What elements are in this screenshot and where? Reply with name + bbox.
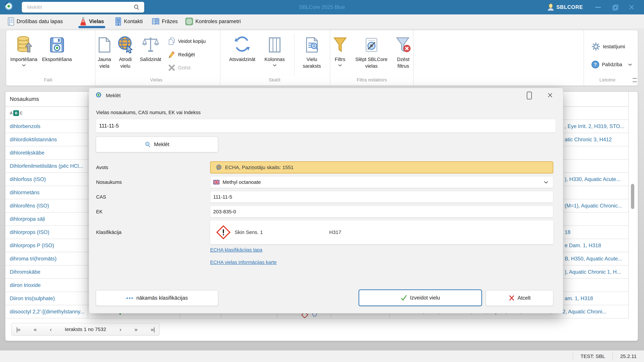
page-next-fast-button[interactable]: » bbox=[134, 326, 137, 333]
filter-button[interactable]: Filtrs bbox=[330, 33, 350, 66]
hidden-eye-icon bbox=[349, 33, 394, 53]
hide-sblcore-substances-button[interactable]: Slēpt SBLCore vielas bbox=[349, 33, 394, 69]
close-button[interactable] bbox=[626, 0, 636, 14]
page-last-button[interactable]: »| bbox=[150, 326, 155, 333]
ribbon-toolbar: Importēšana Eksportēšana Faili Jauna vie… bbox=[6, 30, 638, 86]
substance-name[interactable]: diisooctyl 2,2'-[(dimethylstanny... bbox=[10, 305, 86, 318]
document-search-icon bbox=[298, 33, 326, 53]
dots-icon: ••• bbox=[126, 295, 134, 301]
substance-name[interactable]: dihlorfoss (ISO) bbox=[10, 173, 86, 186]
settings-button[interactable]: Iestatījumi bbox=[592, 42, 625, 51]
dialog-maximize-button[interactable] bbox=[527, 92, 532, 99]
edit-button[interactable]: Rediģēt bbox=[168, 51, 195, 59]
dialog-search-input[interactable] bbox=[96, 123, 556, 129]
ribbon-item-label: Dzēst bbox=[178, 65, 190, 70]
nosaukums-dropdown[interactable]: Methyl octanoate bbox=[210, 176, 553, 188]
echa-infocard-link[interactable]: ECHA vielas informācijas karte bbox=[210, 260, 276, 265]
column-divider bbox=[88, 92, 88, 319]
substance-name[interactable]: dihlorofēns (ISO) bbox=[10, 199, 86, 212]
minimize-button[interactable] bbox=[593, 0, 603, 14]
ribbon-item-label: Filtrs bbox=[330, 56, 350, 63]
page-first-button[interactable]: |« bbox=[16, 326, 20, 333]
next-classifications-button[interactable]: ••• nākamās klasifikācijas bbox=[96, 290, 218, 306]
echa-classification-link[interactable]: ECHA klasifikācijas lapa bbox=[210, 247, 262, 253]
classification-fragment: (M=1), Aquatic Chronic... bbox=[565, 199, 628, 212]
avots-value: ECHA, Paziņotāju skaits: 1551 bbox=[225, 165, 294, 170]
refresh-button[interactable]: Atsvaidzināt bbox=[227, 33, 258, 63]
avots-label: Avots bbox=[96, 161, 108, 173]
find-substance-button[interactable]: Atrodi vielu bbox=[115, 33, 136, 69]
flask-icon bbox=[80, 17, 87, 26]
nosaukums-label: Nosaukums bbox=[96, 176, 122, 188]
create-substance-button[interactable]: Izveidot vielu bbox=[358, 290, 482, 306]
svg-text:!: ! bbox=[222, 228, 225, 237]
help-button[interactable]: ? Palīdzība bbox=[592, 61, 632, 68]
classification-fragment: e Dam. 1, H318 bbox=[565, 239, 628, 252]
import-button[interactable]: Importēšana bbox=[7, 33, 40, 66]
substance-name[interactable]: dihloretiķskābe bbox=[10, 146, 86, 159]
substance-name[interactable]: diiron trioxide bbox=[10, 279, 86, 292]
global-search-box[interactable] bbox=[22, 2, 144, 12]
ek-label: EK bbox=[96, 206, 103, 218]
environment-label: TEST: SBL bbox=[573, 354, 612, 359]
vertical-scrollbar[interactable] bbox=[631, 184, 634, 209]
page-prev-button[interactable]: ‹ bbox=[50, 326, 51, 333]
substance-name[interactable]: dihlorprops (ISO) bbox=[10, 226, 86, 239]
clear-filters-button[interactable]: Dzēst filtrus bbox=[393, 33, 414, 69]
search-icon bbox=[134, 4, 140, 10]
minimize-icon bbox=[595, 7, 601, 8]
ribbon-item-label: Dzēst filtrus bbox=[393, 56, 414, 69]
new-document-icon bbox=[94, 33, 115, 53]
dialog-close-button[interactable] bbox=[547, 92, 553, 98]
export-button[interactable]: Eksportēšana bbox=[40, 33, 74, 63]
scales-icon bbox=[136, 33, 165, 53]
check-icon bbox=[400, 295, 407, 301]
tab-kontroles-parametri[interactable]: Kontroles parametri bbox=[185, 14, 241, 28]
global-search-input[interactable] bbox=[22, 4, 134, 10]
substance-name[interactable]: dihlordioktilstannāns bbox=[10, 133, 86, 146]
control-target-icon bbox=[185, 17, 193, 25]
substance-name[interactable]: Dihlorfenilmetilsilāns (pēc HCl... bbox=[10, 160, 86, 172]
new-substance-button[interactable]: Jauna viela bbox=[94, 33, 115, 69]
user-menu[interactable]: SBLCORE bbox=[556, 4, 583, 10]
substance-list-button[interactable]: Vielu saraksts bbox=[298, 33, 326, 69]
compare-button[interactable]: Salīdzināt bbox=[136, 33, 165, 63]
substance-name[interactable]: dihlormetāns bbox=[10, 186, 86, 199]
avots-field[interactable]: ECHA, Paziņotāju skaits: 1551 bbox=[210, 161, 553, 173]
tab-frazes[interactable]: Frāzes bbox=[152, 14, 178, 28]
tab-label: Drošības datu lapas bbox=[16, 18, 63, 24]
ek-field[interactable]: 203-835-0 bbox=[210, 206, 553, 218]
classification-fragment: am. 1, H318 bbox=[565, 292, 628, 305]
pagination-bar: |« « ‹ Ieraksts 1 no 7532 › » »| bbox=[11, 323, 160, 336]
group-dialog-launcher-icon[interactable] bbox=[632, 78, 637, 82]
ribbon-item-label: Vielu saraksts bbox=[298, 56, 326, 69]
substance-name[interactable]: Dihromskābe bbox=[10, 266, 86, 278]
substance-name[interactable]: dihroma tri(hromāts) bbox=[10, 252, 86, 265]
tab-label: Frāzes bbox=[162, 18, 178, 24]
substance-name[interactable]: dihlorprops P (ISO) bbox=[10, 239, 86, 252]
help-icon: ? bbox=[592, 61, 599, 68]
columns-button[interactable]: Kolonnas bbox=[261, 33, 288, 66]
uk-flag-icon bbox=[213, 180, 220, 185]
tab-vielas[interactable]: Vielas bbox=[80, 14, 104, 28]
chevron-down-icon bbox=[544, 181, 548, 184]
ghs07-exclamation-icon: ! bbox=[216, 225, 231, 240]
building-icon bbox=[115, 17, 122, 26]
record-counter: Ieraksts 1 no 7532 bbox=[65, 327, 106, 332]
substance-name[interactable]: dihlorpropa sāļi bbox=[10, 213, 86, 225]
tab-label: Vielas bbox=[89, 18, 104, 24]
page-prev-fast-button[interactable]: « bbox=[34, 326, 36, 333]
cas-field[interactable]: 111-11-5 bbox=[210, 191, 553, 203]
restore-button[interactable] bbox=[610, 0, 620, 14]
substance-name[interactable]: Diiron tris(sulphate) bbox=[10, 292, 86, 305]
dialog-search-field[interactable] bbox=[96, 119, 556, 133]
page-next-button[interactable]: › bbox=[120, 326, 121, 333]
ribbon-item-label: Iestatījumi bbox=[603, 44, 625, 49]
tab-drosibas-datu-lapas[interactable]: Drošības datu lapas bbox=[8, 14, 63, 28]
substance-name[interactable]: dihlorbenzols bbox=[10, 120, 86, 133]
cancel-button[interactable]: Atcelt bbox=[486, 290, 554, 306]
copy-button[interactable]: Veidot kopiju bbox=[168, 37, 206, 45]
dialog-search-button[interactable]: Meklēt bbox=[96, 137, 218, 152]
ribbon-group-label: Lietotne bbox=[587, 77, 628, 83]
tab-kontakti[interactable]: Kontakti bbox=[115, 14, 143, 28]
